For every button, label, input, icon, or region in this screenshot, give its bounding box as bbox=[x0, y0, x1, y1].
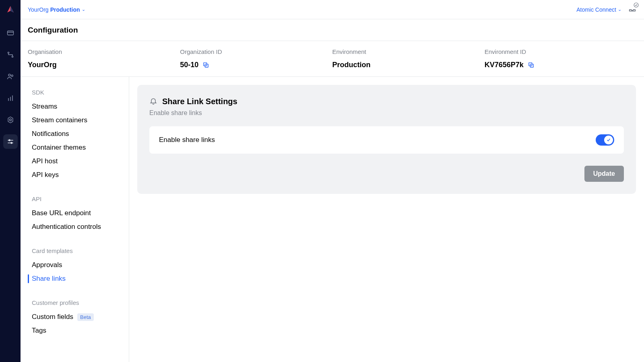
app-logo bbox=[6, 5, 15, 14]
sidebar-item-streams[interactable]: Streams bbox=[21, 100, 129, 113]
update-button[interactable]: Update bbox=[584, 166, 624, 182]
svg-point-14 bbox=[10, 142, 12, 144]
environment-id-label: Environment ID bbox=[485, 48, 637, 55]
sidebar-item-label: Share links bbox=[32, 275, 66, 283]
org-name: YourOrg bbox=[28, 6, 49, 13]
svg-rect-0 bbox=[7, 31, 13, 35]
sidebar-item-label: Notifications bbox=[32, 130, 69, 138]
sidebar-group-label: API bbox=[21, 191, 129, 206]
organisation-value: YourOrg bbox=[28, 61, 180, 69]
sidebar-item-stream-containers[interactable]: Stream containers bbox=[21, 113, 129, 127]
copy-icon[interactable] bbox=[202, 62, 209, 68]
atomic-connect-link[interactable]: Atomic Connect ⌄ bbox=[576, 6, 621, 13]
chevron-down-icon: ⌄ bbox=[618, 7, 621, 12]
topbar: YourOrg Production ⌄ Atomic Connect ⌄ bbox=[21, 0, 644, 19]
sidebar-item-label: Container themes bbox=[32, 144, 86, 152]
sidebar-item-label: API keys bbox=[32, 171, 59, 179]
rail-nav-users[interactable] bbox=[3, 69, 18, 84]
sidebar-item-api-host[interactable]: API host bbox=[21, 154, 129, 168]
nav-rail bbox=[0, 0, 21, 362]
sidebar-item-label: Authentication controls bbox=[32, 223, 101, 231]
sidebar-item-label: Base URL endpoint bbox=[32, 209, 91, 217]
rail-nav-flows[interactable] bbox=[3, 47, 18, 62]
sidebar-group-label: Customer profiles bbox=[21, 295, 129, 310]
svg-point-15 bbox=[634, 3, 638, 7]
page-title: Configuration bbox=[28, 26, 78, 35]
enable-share-links-label: Enable share links bbox=[159, 136, 215, 144]
bell-icon bbox=[149, 97, 157, 106]
org-env-switcher[interactable]: YourOrg Production ⌄ bbox=[28, 6, 85, 13]
sidebar-item-custom-fields[interactable]: Custom fieldsBeta bbox=[21, 310, 129, 324]
sidebar-item-share-links[interactable]: Share links bbox=[21, 272, 129, 286]
sidebar-item-api-keys[interactable]: API keys bbox=[21, 168, 129, 182]
organization-id-label: Organization ID bbox=[180, 48, 332, 55]
page-title-bar: Configuration bbox=[21, 19, 644, 41]
beta-badge: Beta bbox=[77, 313, 94, 321]
enable-share-links-toggle[interactable] bbox=[596, 134, 614, 146]
connect-label: Atomic Connect bbox=[576, 6, 616, 13]
rail-nav-analytics[interactable] bbox=[3, 91, 18, 105]
environment-value: Production bbox=[332, 61, 485, 69]
panel-title: Share Link Settings bbox=[162, 97, 237, 106]
sidebar-item-tags[interactable]: Tags bbox=[21, 324, 129, 337]
sidebar-item-label: Custom fields bbox=[32, 313, 73, 321]
sidebar-item-base-url-endpoint[interactable]: Base URL endpoint bbox=[21, 206, 129, 220]
sidebar-item-approvals[interactable]: Approvals bbox=[21, 258, 129, 272]
svg-marker-9 bbox=[8, 117, 13, 123]
share-link-settings-panel: Share Link Settings Enable share links E… bbox=[137, 85, 636, 194]
rail-nav-config[interactable] bbox=[3, 134, 18, 149]
svg-point-12 bbox=[8, 140, 10, 141]
svg-point-3 bbox=[12, 56, 13, 57]
info-strip: Organisation YourOrg Organization ID 50-… bbox=[21, 41, 644, 77]
toggle-thumb bbox=[604, 136, 613, 144]
organisation-label: Organisation bbox=[28, 48, 180, 55]
sidebar-item-authentication-controls[interactable]: Authentication controls bbox=[21, 220, 129, 234]
env-name: Production bbox=[50, 6, 80, 13]
svg-point-10 bbox=[9, 119, 11, 121]
svg-point-2 bbox=[8, 52, 9, 53]
sidebar-item-container-themes[interactable]: Container themes bbox=[21, 141, 129, 154]
sidebar-group-label: Card templates bbox=[21, 243, 129, 258]
sidebar-group-label: SDK bbox=[21, 85, 129, 100]
rail-nav-cards[interactable] bbox=[3, 26, 18, 40]
organization-id-value: 50-10 bbox=[180, 61, 198, 69]
config-sidebar: SDKStreamsStream containersNotifications… bbox=[21, 77, 129, 362]
panel-subtitle: Enable share links bbox=[149, 109, 624, 117]
enable-share-links-row: Enable share links bbox=[149, 126, 624, 154]
inbox-status-icon[interactable] bbox=[628, 4, 637, 14]
environment-id-value: KV7656P7k bbox=[485, 61, 524, 69]
environment-label: Environment bbox=[332, 48, 485, 55]
sidebar-item-label: Streams bbox=[32, 103, 57, 111]
svg-point-5 bbox=[11, 75, 13, 76]
sidebar-item-label: Stream containers bbox=[32, 116, 87, 124]
chevron-down-icon: ⌄ bbox=[82, 7, 85, 12]
sidebar-item-label: Approvals bbox=[32, 261, 62, 269]
svg-point-4 bbox=[8, 74, 10, 76]
copy-icon[interactable] bbox=[528, 62, 535, 68]
sidebar-item-label: Tags bbox=[32, 327, 46, 335]
sidebar-item-notifications[interactable]: Notifications bbox=[21, 127, 129, 141]
rail-nav-settings[interactable] bbox=[3, 113, 18, 127]
sidebar-item-label: API host bbox=[32, 157, 58, 165]
